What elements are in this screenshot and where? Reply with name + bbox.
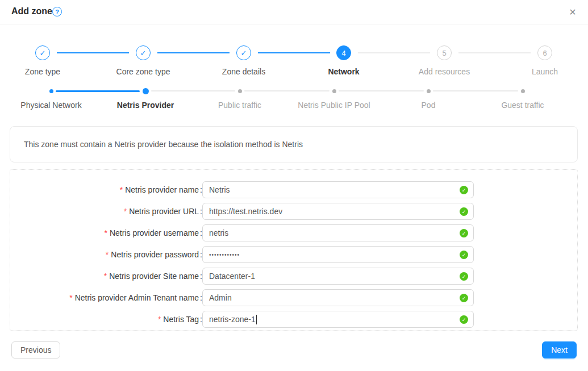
step-core-zone-type: ✓ Core zone type: [98, 45, 189, 76]
substep-connector: [151, 90, 235, 91]
field-label: * Netris provider username :: [104, 224, 202, 241]
valid-check-icon: ✓: [460, 186, 468, 194]
step-number: 4: [336, 45, 351, 60]
field-label: * Netris provider URL :: [124, 203, 202, 220]
header-divider: [0, 24, 588, 24]
form-row: * Netris provider URL : https://test.net…: [10, 203, 578, 220]
step-label: Zone details: [198, 67, 289, 76]
valid-check-icon: ✓: [460, 229, 468, 237]
help-icon[interactable]: ?: [52, 7, 62, 16]
netris-tag-input[interactable]: netris-zone-1 ✓: [202, 311, 474, 328]
substep-connector: [339, 90, 424, 91]
substep-dot-netris-provider: [143, 88, 149, 94]
step-label: Add resources: [399, 67, 490, 76]
netris-provider-username-input[interactable]: netris ✓: [202, 224, 474, 241]
form-row: * Netris Tag : netris-zone-1 ✓: [10, 311, 578, 328]
required-asterisk: *: [104, 272, 107, 281]
form-row: * Netris provider username : netris ✓: [10, 224, 578, 241]
netris-provider-name-input[interactable]: Netris ✓: [202, 181, 474, 198]
valid-check-icon: ✓: [460, 315, 468, 324]
field-label: * Netris provider Admin Tenant name :: [69, 289, 202, 306]
netris-provider-password-input[interactable]: •••••••••••• ✓: [202, 246, 474, 263]
step-network: 4 Network: [298, 45, 389, 76]
field-label: * Netris provider Site name :: [104, 268, 202, 285]
valid-check-icon: ✓: [460, 272, 468, 281]
substep-connector: [433, 90, 518, 91]
required-asterisk: *: [106, 250, 109, 259]
step-check-icon: ✓: [236, 45, 251, 60]
step-label: Zone type: [0, 67, 88, 76]
step-label: Core zone type: [98, 67, 189, 76]
required-asterisk: *: [69, 293, 72, 302]
required-asterisk: *: [104, 228, 107, 237]
form-row: * Netris provider name : Netris ✓: [10, 181, 578, 198]
step-label: Launch: [499, 67, 588, 76]
substep-dot-guest-traffic: [521, 89, 525, 93]
next-button[interactable]: Next: [542, 341, 577, 359]
required-asterisk: *: [120, 185, 123, 194]
step-number: 5: [437, 45, 452, 60]
substep-dot-physical-network: [49, 89, 53, 93]
form-row: * Netris provider Admin Tenant name : Ad…: [10, 289, 578, 306]
valid-check-icon: ✓: [460, 251, 468, 259]
dialog-title: Add zone: [11, 6, 52, 16]
valid-check-icon: ✓: [460, 294, 468, 302]
substep-connector: [244, 90, 330, 91]
form-row: * Netris provider Site name : Datacenter…: [10, 268, 578, 285]
step-launch: 6 Launch: [499, 45, 588, 76]
netris-provider-admin-tenant-name-input[interactable]: Admin ✓: [202, 289, 474, 306]
form-row: * Netris provider password : •••••••••••…: [10, 246, 578, 263]
substep-label-guest-traffic: Guest traffic: [466, 101, 579, 110]
netris-provider-url-input[interactable]: https://test.netris.dev ✓: [202, 203, 474, 220]
notice-box: This zone must contain a Netris provider…: [10, 126, 578, 162]
required-asterisk: *: [124, 207, 127, 216]
substep-dot-pod: [427, 89, 431, 93]
text-cursor: [256, 315, 257, 324]
step-check-icon: ✓: [35, 45, 50, 60]
step-label: Network: [298, 67, 389, 76]
step-zone-details: ✓ Zone details: [198, 45, 289, 76]
step-number: 6: [537, 45, 552, 60]
required-asterisk: *: [158, 315, 161, 324]
netris-provider-form: * Netris provider name : Netris ✓ * Netr…: [10, 169, 578, 331]
previous-button[interactable]: Previous: [11, 341, 60, 359]
step-add-resources: 5 Add resources: [399, 45, 490, 76]
netris-provider-site-name-input[interactable]: Datacenter-1 ✓: [202, 268, 474, 285]
field-label: * Netris provider password :: [106, 246, 202, 263]
valid-check-icon: ✓: [460, 207, 468, 216]
step-check-icon: ✓: [136, 45, 151, 60]
add-zone-dialog: Add zone ? ✕ ✓ Zone type ✓ Core zone typ…: [0, 0, 588, 371]
field-label: * Netris Tag :: [158, 311, 202, 328]
step-zone-type: ✓ Zone type: [0, 45, 88, 76]
notice-text: This zone must contain a Netris provider…: [24, 140, 303, 149]
substep-connector: [56, 90, 140, 92]
substep-dot-netris-public-ip-pool: [332, 89, 336, 93]
substep-dot-public-traffic: [238, 89, 242, 93]
field-label: * Netris provider name :: [120, 181, 202, 198]
close-icon[interactable]: ✕: [566, 6, 579, 18]
